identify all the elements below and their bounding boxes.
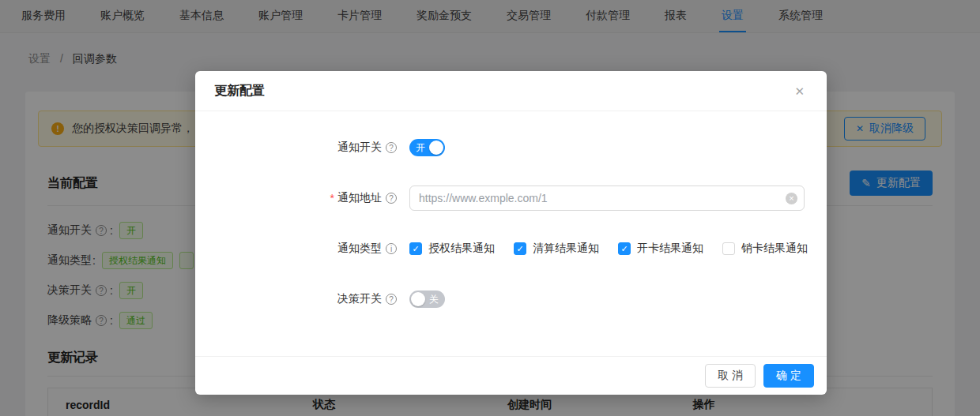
cancel-button[interactable]: 取 消 (705, 364, 756, 388)
modal-footer: 取 消 确 定 (195, 356, 827, 395)
checkbox-label: 清算结果通知 (533, 242, 599, 256)
question-icon[interactable]: ? (386, 193, 397, 204)
close-icon[interactable]: ✕ (791, 82, 808, 100)
notify-type-label: 通知类型 (337, 242, 382, 256)
notify-url-label-group: * 通知地址 ? (195, 191, 399, 205)
switch-state-label: 关 (429, 293, 439, 306)
decision-switch-toggle[interactable]: 关 (409, 290, 445, 308)
checkbox-checked-icon: ✓ (514, 242, 526, 255)
decision-switch-label-group: 决策开关 ? (195, 292, 399, 306)
modal-title: 更新配置 (214, 83, 265, 99)
clear-input-icon[interactable]: × (786, 193, 797, 204)
question-icon[interactable]: ? (386, 142, 397, 153)
info-icon[interactable]: i (386, 243, 397, 254)
switch-state-label: 开 (416, 141, 425, 155)
checkbox-clearing-result[interactable]: ✓ 清算结果通知 (514, 242, 599, 256)
checkbox-auth-result[interactable]: ✓ 授权结果通知 (409, 242, 495, 256)
check-icon: ✓ (516, 245, 523, 253)
notify-switch-label: 通知开关 (337, 141, 382, 155)
switch-knob (429, 141, 443, 155)
switch-knob (411, 292, 425, 306)
notify-type-label-group: 通知类型 i (195, 242, 399, 256)
form-row-decision-switch: 决策开关 ? 关 (195, 287, 827, 312)
update-config-modal: 更新配置 ✕ 通知开关 ? 开 * 通知地址 ? (195, 71, 827, 395)
notify-url-input[interactable] (409, 186, 805, 211)
form-row-notify-switch: 通知开关 ? 开 (195, 135, 827, 160)
modal-header: 更新配置 ✕ (195, 71, 827, 111)
checkbox-label: 授权结果通知 (428, 242, 495, 256)
notify-switch-toggle[interactable]: 开 (409, 139, 445, 156)
notify-url-label: 通知地址 (337, 191, 382, 205)
required-asterisk: * (330, 192, 334, 204)
checkbox-checked-icon: ✓ (618, 242, 631, 255)
form-row-notify-type: 通知类型 i ✓ 授权结果通知 ✓ 清算结果通知 ✓ 开卡结果通知 ✓ (195, 236, 827, 261)
confirm-button[interactable]: 确 定 (763, 364, 814, 388)
notify-url-input-wrap: × (409, 186, 805, 211)
checkbox-label: 销卡结果通知 (741, 242, 808, 256)
question-icon[interactable]: ? (386, 294, 397, 305)
checkbox-unchecked-icon: ✓ (722, 242, 735, 255)
notify-switch-label-group: 通知开关 ? (195, 141, 399, 155)
form-row-notify-url: * 通知地址 ? × (195, 186, 827, 211)
checkbox-card-cancel-result[interactable]: ✓ 销卡结果通知 (722, 242, 808, 256)
check-icon: ✓ (412, 245, 419, 253)
checkbox-card-open-result[interactable]: ✓ 开卡结果通知 (618, 242, 703, 256)
decision-switch-label: 决策开关 (337, 292, 382, 306)
modal-body: 通知开关 ? 开 * 通知地址 ? × (195, 111, 827, 356)
checkbox-checked-icon: ✓ (409, 242, 422, 255)
check-icon: ✓ (620, 245, 628, 253)
checkbox-label: 开卡结果通知 (637, 242, 703, 256)
